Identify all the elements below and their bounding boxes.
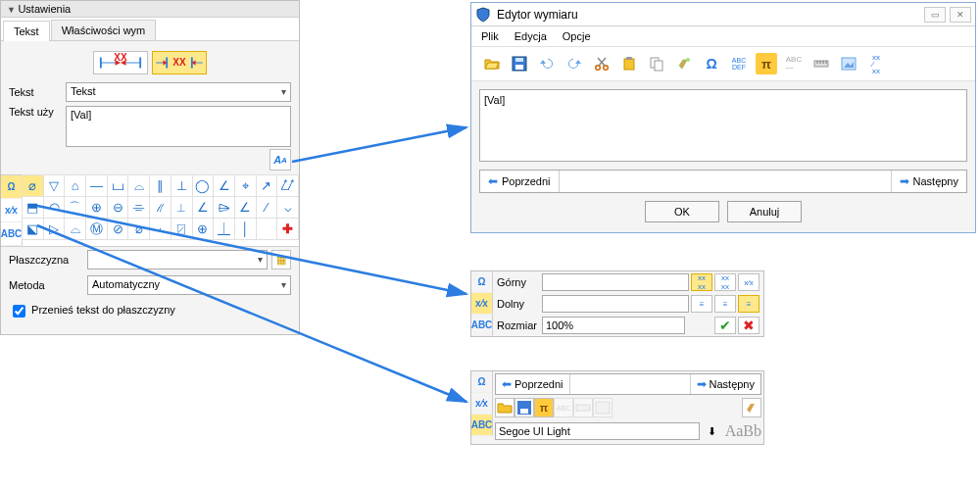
- symbol-cell[interactable]: ⟂: [171, 196, 193, 219]
- text-combo[interactable]: Tekst: [66, 82, 291, 102]
- abc-def-icon[interactable]: ABCDEF: [728, 53, 750, 74]
- align-3[interactable]: ≡: [738, 295, 760, 313]
- cut-icon[interactable]: [591, 53, 612, 74]
- top-input[interactable]: [542, 273, 689, 291]
- open-icon[interactable]: [481, 53, 503, 74]
- nav-prev[interactable]: ⬅ Poprzedni: [480, 171, 560, 192]
- symbol-cell[interactable]: —: [85, 174, 108, 197]
- font-input[interactable]: [495, 422, 700, 440]
- symbol-cell[interactable]: ∠: [234, 196, 257, 219]
- symbol-cell[interactable]: ⊥: [171, 174, 193, 197]
- menu-options[interactable]: Opcje: [563, 30, 591, 42]
- symbol-cell[interactable]: ∠: [213, 174, 235, 197]
- symbol-cell[interactable]: ▷: [43, 218, 66, 240]
- plane-icon[interactable]: ▦: [271, 250, 291, 270]
- symbol-cell[interactable]: ⫽: [149, 196, 172, 219]
- symbol-cell[interactable]: ⌀: [127, 218, 150, 240]
- sp1-xx[interactable]: x⁄x: [471, 293, 493, 315]
- symbol-cell[interactable]: ⊕: [192, 218, 215, 240]
- symbol-cell[interactable]: ◠: [43, 196, 66, 219]
- checkbox-input[interactable]: [13, 305, 25, 318]
- side-omega[interactable]: Ω: [1, 175, 23, 199]
- symbol-cell[interactable]: ⌂: [64, 174, 86, 197]
- menu-file[interactable]: Plik: [481, 30, 499, 42]
- symbol-cell[interactable]: ⏊: [213, 218, 235, 240]
- side-abc[interactable]: ABC: [1, 222, 23, 246]
- nav-next[interactable]: ➡ Następny: [891, 171, 966, 192]
- cancel-button[interactable]: Anuluj: [727, 201, 802, 222]
- size-input[interactable]: [542, 317, 685, 334]
- symbol-cell[interactable]: ✚: [276, 218, 299, 240]
- checkbox-move-text[interactable]: Przenieś tekst do płaszczyzny: [9, 304, 175, 316]
- frac-style-2[interactable]: xxxx: [714, 273, 736, 291]
- sp2-save-icon[interactable]: [514, 398, 534, 417]
- copy-icon[interactable]: [646, 53, 667, 74]
- image-icon[interactable]: [838, 53, 859, 74]
- symbol-cell[interactable]: ∠: [192, 196, 215, 219]
- side-xx[interactable]: x⁄x: [1, 199, 23, 222]
- symbol-cell[interactable]: ⌓: [127, 174, 150, 197]
- sp2-pi-icon[interactable]: π: [534, 398, 554, 417]
- font-style-button[interactable]: AA: [270, 149, 291, 171]
- sp2-abc[interactable]: ABC: [471, 415, 493, 436]
- symbol-cell[interactable]: ▽: [43, 174, 66, 197]
- font-dropdown-icon[interactable]: ⬇: [704, 425, 721, 438]
- omega-icon[interactable]: Ω: [701, 53, 722, 74]
- bottom-input[interactable]: [542, 295, 689, 313]
- align-2[interactable]: ≡: [714, 295, 736, 313]
- symbol-cell[interactable]: ⬒: [22, 196, 44, 219]
- align-1[interactable]: ≡: [691, 295, 712, 313]
- fraction-icon[interactable]: xx⁄xx: [865, 53, 887, 74]
- frac-style-1[interactable]: xxxx: [691, 273, 712, 291]
- symbol-cell[interactable]: ⌯: [127, 196, 150, 219]
- ok-button[interactable]: OK: [645, 201, 719, 222]
- sp2-next[interactable]: ➡Następny: [690, 374, 760, 394]
- dim-style-outside[interactable]: XX: [152, 51, 207, 74]
- sp2-brush-icon[interactable]: [742, 398, 761, 417]
- symbol-cell[interactable]: ∕: [256, 196, 278, 219]
- sp2-omega[interactable]: Ω: [471, 371, 493, 393]
- symbol-cell[interactable]: ↗: [256, 174, 278, 197]
- editor-textarea[interactable]: [Val]: [479, 89, 967, 162]
- sp2-prev[interactable]: ⬅Poprzedni: [496, 374, 570, 394]
- symbol-cell[interactable]: ⍁: [171, 218, 193, 240]
- accept-button[interactable]: ✔: [714, 317, 736, 334]
- symbol-cell[interactable]: Ⓜ: [85, 218, 108, 240]
- clear-format-icon[interactable]: [673, 53, 695, 74]
- symbol-cell[interactable]: ◯: [192, 174, 215, 197]
- plane-combo[interactable]: [87, 250, 268, 270]
- symbol-cell[interactable]: ⌴: [107, 174, 129, 197]
- pi-icon[interactable]: π: [756, 53, 777, 74]
- tab-props[interactable]: Właściwości wym: [51, 20, 157, 40]
- ruler-icon[interactable]: [810, 53, 832, 74]
- symbol-cell[interactable]: ⊕: [85, 196, 108, 219]
- tab-text[interactable]: Tekst: [3, 21, 50, 41]
- symbol-cell[interactable]: [256, 218, 278, 240]
- text-area[interactable]: [Val]: [66, 106, 291, 147]
- symbol-cell[interactable]: ⌵: [276, 196, 299, 219]
- reject-button[interactable]: ✖: [738, 317, 760, 334]
- abc-strike-icon[interactable]: ABC—: [783, 53, 805, 74]
- sp1-omega[interactable]: Ω: [471, 271, 493, 293]
- symbol-cell[interactable]: ⊘: [107, 218, 129, 240]
- symbol-cell[interactable]: │: [234, 218, 257, 240]
- symbol-cell[interactable]: ⌒: [64, 196, 86, 219]
- frac-style-3[interactable]: x⁄x: [738, 273, 760, 291]
- symbol-cell[interactable]: ⫠: [149, 218, 172, 240]
- save-icon[interactable]: [509, 53, 530, 74]
- symbol-cell[interactable]: ⌖: [234, 174, 257, 197]
- symbol-cell[interactable]: ⌰: [276, 174, 299, 197]
- symbol-cell[interactable]: ⬕: [22, 218, 44, 240]
- symbol-cell[interactable]: ⌓: [64, 218, 86, 240]
- sp2-xx[interactable]: x⁄x: [471, 393, 493, 415]
- sp1-abc[interactable]: ABC: [471, 315, 493, 336]
- symbol-cell[interactable]: ∥: [149, 174, 172, 197]
- symbol-cell[interactable]: ⌲: [213, 196, 235, 219]
- redo-icon[interactable]: [564, 53, 585, 74]
- dim-style-inside[interactable]: XX: [93, 51, 148, 74]
- menu-edit[interactable]: Edycja: [514, 30, 547, 42]
- close-button[interactable]: ✕: [950, 7, 971, 23]
- paste-icon[interactable]: [618, 53, 640, 74]
- symbol-cell[interactable]: ⌀: [22, 174, 44, 197]
- symbol-cell[interactable]: ⊖: [107, 196, 129, 219]
